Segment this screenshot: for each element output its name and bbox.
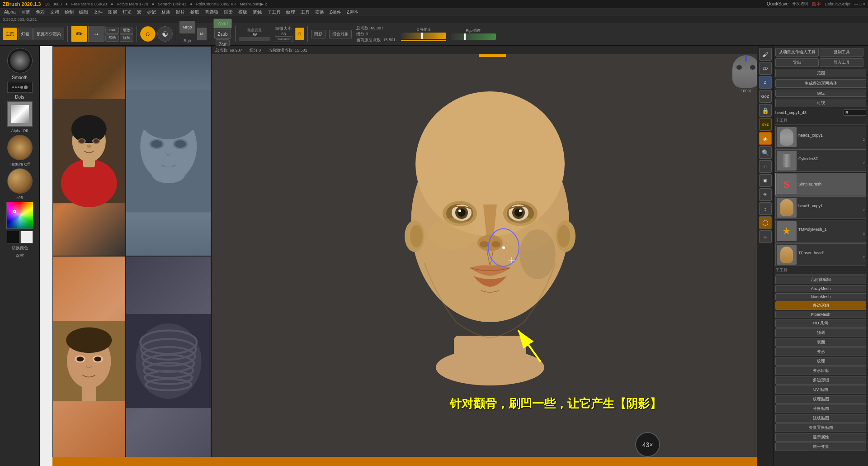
- texture-preview[interactable]: [7, 135, 33, 160]
- d-btn[interactable]: D: [295, 28, 305, 40]
- menu-render[interactable]: 渲染: [222, 9, 235, 15]
- zadd-btn[interactable]: Zadd: [213, 19, 232, 29]
- menu-alpha[interactable]: Alpha: [2, 10, 18, 14]
- brush-preview[interactable]: [7, 48, 33, 73]
- rtool-lasso[interactable]: ○: [759, 160, 772, 173]
- menu-transform[interactable]: 变换: [313, 9, 326, 15]
- subtool-name-input[interactable]: [844, 109, 866, 116]
- subtool-head2[interactable]: head1_copy1 2: [775, 196, 866, 219]
- rtool-magnify[interactable]: 🔍: [759, 146, 772, 159]
- menu-file[interactable]: 文件: [91, 9, 105, 15]
- ref-img-dark-sculpt[interactable]: [126, 256, 212, 466]
- polygroups-btn[interactable]: 多边形组: [775, 376, 866, 385]
- ref-img-gray-face[interactable]: [126, 46, 212, 256]
- fibermesh-btn[interactable]: FiberMesh: [775, 311, 866, 318]
- move-mode-btn[interactable]: 移动: [105, 34, 119, 42]
- normal-btn[interactable]: 法线贴图: [775, 414, 866, 423]
- replace-btn[interactable]: 替换贴图: [775, 404, 866, 413]
- menu-subtool[interactable]: 子工具: [265, 9, 283, 15]
- rtool-layer2[interactable]: ≡: [759, 230, 772, 243]
- rtool-lock[interactable]: 🔒: [759, 104, 772, 117]
- import-btn[interactable]: 从项目文件输入工具: [775, 48, 819, 57]
- rtool-color[interactable]: ◈: [759, 132, 772, 145]
- coverage-btn[interactable]: 范围: [775, 69, 866, 77]
- open-trans[interactable]: 开发透明: [792, 1, 808, 7]
- yin-yang-btn[interactable]: ☯: [157, 26, 173, 42]
- layers-btn[interactable]: 纹理: [775, 357, 866, 366]
- preview-btn[interactable]: 预览布尔渲染: [33, 28, 64, 40]
- menu-zplugin[interactable]: Z插件: [327, 9, 344, 15]
- alpha-box[interactable]: [7, 101, 33, 127]
- menu-stencil[interactable]: 模版: [236, 9, 250, 15]
- subtool-tmpolymesh[interactable]: ★ TMPolyMesh_1 3: [775, 220, 866, 243]
- zoom-circle[interactable]: 43×: [635, 432, 660, 457]
- nanomesh-btn[interactable]: NanoMesh: [775, 293, 866, 300]
- z95-preview[interactable]: [7, 168, 33, 194]
- unified-btn[interactable]: 统一变量: [775, 442, 866, 451]
- rtool-deform2[interactable]: ⬡: [759, 216, 772, 229]
- menu-tool[interactable]: 工具: [298, 9, 312, 15]
- rtool-xyz[interactable]: XYZ: [759, 118, 772, 131]
- ref-img-red-woman[interactable]: [52, 46, 126, 256]
- menu-preferences[interactable]: 首选项: [203, 9, 221, 15]
- subtool-simple[interactable]: S SimpleBrush: [775, 173, 866, 195]
- menu-brush[interactable]: 画笔: [19, 9, 33, 15]
- deform-btn[interactable]: 变形: [775, 347, 866, 356]
- arraymesh-btn[interactable]: ArrayMesh: [775, 285, 866, 292]
- rtool-select[interactable]: ▣: [759, 174, 772, 187]
- rtool-brush[interactable]: 🖌: [759, 48, 772, 61]
- menu-marker[interactable]: 标记: [145, 9, 158, 15]
- scale-mode-btn[interactable]: 缩放: [120, 27, 133, 34]
- focal-shift-slider[interactable]: [239, 37, 270, 41]
- menu-light[interactable]: 灯光: [120, 9, 134, 15]
- menu-draw[interactable]: 绘制: [62, 9, 76, 15]
- subtool-head1[interactable]: head1_copy1 2: [775, 126, 866, 148]
- ref-img-color-face[interactable]: [52, 256, 126, 466]
- z-intensity-slider[interactable]: [401, 33, 446, 39]
- hdgeo-btn[interactable]: HD 几何: [775, 319, 866, 328]
- menu-document[interactable]: 文档: [48, 9, 61, 15]
- rotate-mode-btn[interactable]: 旋转: [120, 34, 133, 42]
- sphere-icon[interactable]: ○: [140, 26, 156, 42]
- edit-btn[interactable]: ✏: [71, 26, 87, 42]
- menu-movie[interactable]: 影片: [174, 9, 187, 15]
- vec-disp-btn[interactable]: 矢量置换贴图: [775, 423, 866, 432]
- m-btn[interactable]: M: [197, 28, 207, 40]
- dots-preview[interactable]: [7, 82, 33, 93]
- menu-texture[interactable]: 纹理: [284, 9, 297, 15]
- menu-macro[interactable]: 宏: [135, 9, 144, 15]
- viewport[interactable]: 总点数: 69,987 细分 0 当前激活点数: 15,501: [212, 46, 773, 466]
- subtool-cylinder[interactable]: Cylinder3D 2: [775, 149, 866, 172]
- window-controls[interactable]: — □ ×: [854, 2, 865, 6]
- zsub-btn[interactable]: Zsub: [214, 29, 231, 39]
- visible-btn[interactable]: 可视: [775, 99, 866, 107]
- lights-btn[interactable]: 灯箱: [18, 28, 33, 40]
- duplicate-btn[interactable]: 复制工具: [820, 48, 863, 57]
- main-btn[interactable]: 主页: [3, 28, 17, 40]
- menu-color[interactable]: 色彩: [33, 9, 47, 15]
- rgb-intensity-slider[interactable]: [451, 33, 496, 40]
- black-swatch[interactable]: [7, 231, 19, 243]
- rtool-2d[interactable]: 2D: [759, 62, 772, 75]
- rtool-vis[interactable]: 👁: [759, 188, 772, 201]
- draw-mode-btn[interactable]: Cal: [105, 27, 119, 34]
- rtool-goz[interactable]: GoZ: [759, 90, 772, 103]
- menu-layer[interactable]: 图层: [106, 9, 119, 15]
- menu-stroke[interactable]: 笔触: [250, 9, 264, 15]
- goz-btn[interactable]: GoZ: [775, 90, 866, 97]
- menu-material[interactable]: 材质: [159, 9, 173, 15]
- generate-poly-btn[interactable]: 生成多边形网格体: [775, 79, 866, 88]
- quicksave-btn[interactable]: QuickSave: [767, 1, 788, 6]
- menu-zscript[interactable]: Z脚本: [344, 9, 361, 15]
- groupa-btn[interactable]: 多边形组: [775, 301, 866, 310]
- subtool-tposer[interactable]: TPoser_head1 2: [775, 243, 866, 266]
- texturebtn[interactable]: 纹理贴图: [775, 395, 866, 404]
- import2-btn[interactable]: 导入工具: [820, 58, 863, 67]
- color-picker[interactable]: [6, 202, 33, 229]
- rtool-zremesher[interactable]: Z: [759, 76, 772, 89]
- prediction-btn[interactable]: 预测: [775, 328, 866, 337]
- morph-btn[interactable]: 变形目标: [775, 366, 866, 375]
- surface-btn[interactable]: 表面: [775, 338, 866, 347]
- uvmap-btn[interactable]: UV 贴图: [775, 385, 866, 394]
- mrgb-btn[interactable]: Mrgb: [179, 21, 195, 33]
